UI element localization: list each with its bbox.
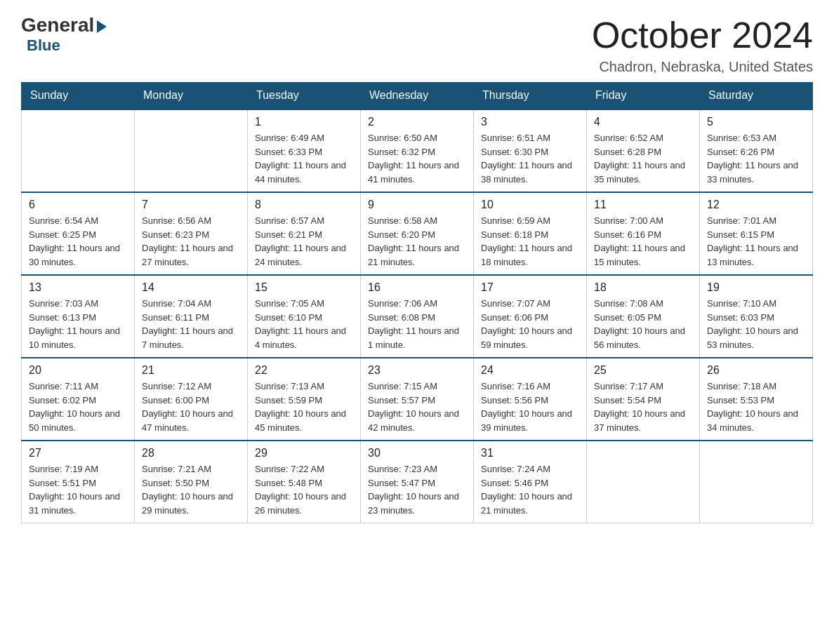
daylight-text: Daylight: 11 hours and 44 minutes. [255,160,346,185]
sunset-text: Sunset: 5:54 PM [594,395,661,405]
table-row: 23Sunrise: 7:15 AMSunset: 5:57 PMDayligh… [361,358,474,441]
day-number: 4 [594,116,692,128]
daylight-text: Daylight: 11 hours and 41 minutes. [368,160,459,185]
header-friday: Friday [587,82,700,109]
day-number: 30 [368,447,466,459]
day-info: Sunrise: 7:23 AMSunset: 5:47 PMDaylight:… [368,462,466,517]
day-info: Sunrise: 7:01 AMSunset: 6:15 PMDaylight:… [707,214,805,269]
sunrise-text: Sunrise: 7:00 AM [594,215,663,226]
sunrise-text: Sunrise: 7:22 AM [255,464,324,474]
sunset-text: Sunset: 6:02 PM [29,395,96,405]
day-info: Sunrise: 7:24 AMSunset: 5:46 PMDaylight:… [481,462,579,517]
sunset-text: Sunset: 6:20 PM [368,229,435,240]
table-row: 11Sunrise: 7:00 AMSunset: 6:16 PMDayligh… [587,192,700,275]
week-row-4: 20Sunrise: 7:11 AMSunset: 6:02 PMDayligh… [22,358,813,441]
sunset-text: Sunset: 6:15 PM [707,229,774,240]
day-number: 10 [481,199,579,211]
sunrise-text: Sunrise: 6:57 AM [255,215,324,226]
sunrise-text: Sunrise: 7:08 AM [594,298,663,309]
daylight-text: Daylight: 11 hours and 27 minutes. [142,243,233,267]
sunset-text: Sunset: 6:26 PM [707,147,774,157]
sunset-text: Sunset: 5:59 PM [255,395,322,405]
day-info: Sunrise: 6:56 AMSunset: 6:23 PMDaylight:… [142,214,240,269]
table-row: 17Sunrise: 7:07 AMSunset: 6:06 PMDayligh… [474,275,587,358]
day-number: 24 [481,364,579,377]
sunrise-text: Sunrise: 7:13 AM [255,381,324,391]
calendar-table: SundayMondayTuesdayWednesdayThursdayFrid… [21,82,813,523]
day-info: Sunrise: 7:03 AMSunset: 6:13 PMDaylight:… [29,297,127,351]
table-row: 14Sunrise: 7:04 AMSunset: 6:11 PMDayligh… [135,275,248,358]
sunset-text: Sunset: 5:46 PM [481,478,548,488]
daylight-text: Daylight: 10 hours and 47 minutes. [142,408,233,433]
sunset-text: Sunset: 6:32 PM [368,147,435,157]
day-number: 3 [481,116,579,128]
logo-arrow-icon [97,20,107,33]
daylight-text: Daylight: 10 hours and 29 minutes. [142,491,233,516]
daylight-text: Daylight: 10 hours and 45 minutes. [255,408,346,433]
table-row: 16Sunrise: 7:06 AMSunset: 6:08 PMDayligh… [361,275,474,358]
table-row: 7Sunrise: 6:56 AMSunset: 6:23 PMDaylight… [135,192,248,275]
sunrise-text: Sunrise: 6:58 AM [368,215,437,226]
sunset-text: Sunset: 5:50 PM [142,478,209,488]
page-header: General Blue October 2024 Chadron, Nebra… [21,14,813,75]
header-tuesday: Tuesday [248,82,361,109]
day-info: Sunrise: 6:58 AMSunset: 6:20 PMDaylight:… [368,214,466,269]
sunrise-text: Sunrise: 6:51 AM [481,133,550,143]
sunrise-text: Sunrise: 7:23 AM [368,464,437,474]
week-row-2: 6Sunrise: 6:54 AMSunset: 6:25 PMDaylight… [22,192,813,275]
daylight-text: Daylight: 10 hours and 59 minutes. [481,326,572,350]
sunset-text: Sunset: 5:47 PM [368,478,435,488]
day-number: 8 [255,199,353,211]
daylight-text: Daylight: 11 hours and 15 minutes. [594,243,685,267]
sunrise-text: Sunrise: 7:04 AM [142,298,211,309]
header-saturday: Saturday [700,82,813,109]
location-text: Chadron, Nebraska, United States [592,59,813,75]
title-section: October 2024 Chadron, Nebraska, United S… [592,14,813,75]
calendar-header-row: SundayMondayTuesdayWednesdayThursdayFrid… [22,82,813,109]
table-row: 21Sunrise: 7:12 AMSunset: 6:00 PMDayligh… [135,358,248,441]
day-number: 31 [481,447,579,459]
day-info: Sunrise: 6:52 AMSunset: 6:28 PMDaylight:… [594,131,692,186]
sunset-text: Sunset: 6:33 PM [255,147,322,157]
sunset-text: Sunset: 6:21 PM [255,229,322,240]
day-number: 28 [142,447,240,459]
sunrise-text: Sunrise: 6:54 AM [29,215,98,226]
daylight-text: Daylight: 11 hours and 1 minute. [368,326,459,350]
day-number: 7 [142,199,240,211]
sunset-text: Sunset: 5:57 PM [368,395,435,405]
daylight-text: Daylight: 11 hours and 13 minutes. [707,243,798,267]
table-row [135,109,248,192]
table-row: 4Sunrise: 6:52 AMSunset: 6:28 PMDaylight… [587,109,700,192]
month-title: October 2024 [592,14,813,56]
table-row: 8Sunrise: 6:57 AMSunset: 6:21 PMDaylight… [248,192,361,275]
table-row: 31Sunrise: 7:24 AMSunset: 5:46 PMDayligh… [474,441,587,523]
day-number: 2 [368,116,466,128]
sunrise-text: Sunrise: 6:50 AM [368,133,437,143]
sunset-text: Sunset: 6:00 PM [142,395,209,405]
sunset-text: Sunset: 6:30 PM [481,147,548,157]
daylight-text: Daylight: 11 hours and 35 minutes. [594,160,685,185]
day-info: Sunrise: 7:21 AMSunset: 5:50 PMDaylight:… [142,462,240,517]
logo: General Blue [21,14,107,55]
table-row: 27Sunrise: 7:19 AMSunset: 5:51 PMDayligh… [22,441,135,523]
day-info: Sunrise: 6:49 AMSunset: 6:33 PMDaylight:… [255,131,353,186]
table-row: 20Sunrise: 7:11 AMSunset: 6:02 PMDayligh… [22,358,135,441]
sunset-text: Sunset: 6:10 PM [255,312,322,323]
day-info: Sunrise: 7:10 AMSunset: 6:03 PMDaylight:… [707,297,805,351]
table-row: 29Sunrise: 7:22 AMSunset: 5:48 PMDayligh… [248,441,361,523]
table-row: 26Sunrise: 7:18 AMSunset: 5:53 PMDayligh… [700,358,813,441]
table-row: 10Sunrise: 6:59 AMSunset: 6:18 PMDayligh… [474,192,587,275]
day-info: Sunrise: 6:51 AMSunset: 6:30 PMDaylight:… [481,131,579,186]
day-info: Sunrise: 7:08 AMSunset: 6:05 PMDaylight:… [594,297,692,351]
sunrise-text: Sunrise: 7:03 AM [29,298,98,309]
sunrise-text: Sunrise: 7:15 AM [368,381,437,391]
week-row-1: 1Sunrise: 6:49 AMSunset: 6:33 PMDaylight… [22,109,813,192]
table-row: 3Sunrise: 6:51 AMSunset: 6:30 PMDaylight… [474,109,587,192]
day-number: 9 [368,199,466,211]
day-info: Sunrise: 7:05 AMSunset: 6:10 PMDaylight:… [255,297,353,351]
day-info: Sunrise: 7:16 AMSunset: 5:56 PMDaylight:… [481,380,579,434]
header-thursday: Thursday [474,82,587,109]
daylight-text: Daylight: 11 hours and 18 minutes. [481,243,572,267]
sunrise-text: Sunrise: 7:18 AM [707,381,776,391]
daylight-text: Daylight: 11 hours and 33 minutes. [707,160,798,185]
